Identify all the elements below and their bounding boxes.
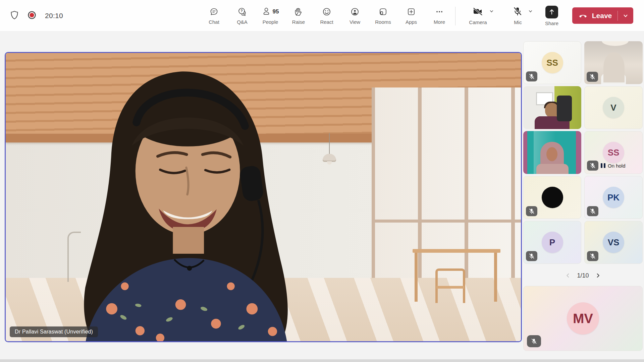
- participant-tile[interactable]: [584, 41, 643, 84]
- people-icon: [262, 7, 271, 17]
- self-view-tile[interactable]: MV: [523, 286, 643, 351]
- participant-tile[interactable]: [523, 86, 581, 129]
- speaker-name-label: Dr Pallavi Saraswat (Unverified): [10, 326, 98, 337]
- mic-muted-badge-icon: [587, 251, 598, 261]
- rooms-label: Rooms: [375, 19, 391, 25]
- avatar: MV: [567, 302, 599, 335]
- avatar: V: [603, 97, 624, 118]
- participant-tile[interactable]: VS: [584, 221, 643, 264]
- view-label: View: [350, 19, 360, 25]
- apps-button[interactable]: Apps: [397, 0, 425, 32]
- camera-options-chevron-icon[interactable]: [489, 9, 494, 15]
- more-icon: [435, 7, 444, 17]
- rooms-icon: [378, 7, 388, 17]
- react-icon: [322, 7, 331, 17]
- room-table: [413, 249, 500, 307]
- avatar: SS: [542, 52, 563, 73]
- qna-button[interactable]: ? Q&A: [228, 0, 256, 32]
- people-button[interactable]: 95 People: [256, 0, 284, 32]
- video-feed-hijab: [523, 131, 581, 174]
- shield-icon: [10, 10, 19, 21]
- recording-icon: [28, 11, 36, 21]
- camera-off-icon: [472, 6, 484, 18]
- people-count-badge: 95: [273, 8, 279, 15]
- avatar: PK: [603, 187, 624, 208]
- meeting-timer: 20:10: [45, 12, 63, 20]
- active-speaker-video[interactable]: Dr Pallavi Saraswat (Unverified): [5, 52, 522, 342]
- participant-tile[interactable]: SSOn hold: [584, 131, 643, 174]
- chat-label: Chat: [209, 19, 219, 25]
- avatar: [542, 187, 563, 208]
- share-label: Share: [545, 20, 558, 26]
- window-bottom-edge: [0, 359, 644, 362]
- rooms-button[interactable]: Rooms: [369, 0, 397, 32]
- raise-hand-icon: [294, 7, 303, 17]
- mic-control[interactable]: Mic: [505, 0, 540, 32]
- mic-muted-badge-icon: [526, 251, 537, 261]
- mic-muted-badge-icon: [587, 206, 598, 216]
- participant-tile[interactable]: V: [584, 86, 643, 129]
- hold-pause-icon: [601, 163, 605, 168]
- react-button[interactable]: React: [313, 0, 341, 32]
- mic-label: Mic: [514, 19, 522, 25]
- status-cluster: 20:10: [10, 0, 63, 32]
- avatar: P: [542, 232, 563, 253]
- speaker-video-feed: Dr Pallavi Saraswat (Unverified): [6, 53, 521, 341]
- pager-prev-button[interactable]: [565, 273, 571, 279]
- leave-label: Leave: [592, 12, 612, 20]
- qna-label: Q&A: [237, 19, 248, 25]
- view-button[interactable]: View: [341, 0, 369, 32]
- share-icon: [545, 6, 558, 18]
- mic-muted-badge-icon: [587, 72, 598, 82]
- participant-tile[interactable]: [523, 176, 581, 219]
- mic-options-chevron-icon[interactable]: [528, 9, 533, 15]
- people-label: People: [263, 19, 278, 25]
- chat-icon: [209, 7, 219, 17]
- toolbar-buttons: Chat ? Q&A 95 People Raise: [200, 0, 453, 32]
- avatar: SS: [603, 142, 624, 163]
- camera-control[interactable]: Camera: [464, 0, 502, 32]
- mic-muted-badge-icon: [526, 71, 537, 81]
- chat-button[interactable]: Chat: [200, 0, 228, 32]
- mic-muted-badge-icon: [527, 335, 541, 347]
- mic-muted-badge-icon: [526, 206, 537, 216]
- more-label: More: [434, 19, 445, 25]
- more-button[interactable]: More: [425, 0, 453, 32]
- pager-page-label: 1/10: [577, 272, 589, 279]
- svg-text:?: ?: [240, 9, 243, 13]
- share-button[interactable]: Share: [545, 0, 558, 32]
- view-icon: [350, 7, 360, 17]
- leave-options-chevron-icon[interactable]: [618, 13, 633, 19]
- on-hold-label: On hold: [608, 163, 626, 169]
- participant-tile[interactable]: P: [523, 221, 581, 264]
- participant-tile[interactable]: PK: [584, 176, 643, 219]
- mic-muted-icon: [513, 6, 523, 18]
- camera-label: Camera: [469, 19, 487, 25]
- pager-next-button[interactable]: [595, 273, 601, 279]
- raise-hand-button[interactable]: Raise: [284, 0, 313, 32]
- avatar: VS: [603, 232, 624, 253]
- participant-tile[interactable]: SS: [523, 41, 581, 84]
- react-label: React: [320, 19, 333, 25]
- qna-icon: ?: [237, 7, 247, 17]
- participant-pager: 1/10: [523, 268, 643, 283]
- toolbar-divider: [455, 7, 455, 25]
- video-feed-office: [523, 86, 581, 129]
- participant-grid: SSVSSOn holdPKPVS: [523, 41, 643, 264]
- apps-icon: [407, 7, 416, 17]
- hangup-icon: [578, 12, 588, 20]
- raise-hand-label: Raise: [292, 19, 305, 25]
- speaker-person: [32, 62, 351, 342]
- mic-muted-badge-icon: [587, 161, 598, 171]
- participant-tile[interactable]: [523, 131, 581, 174]
- leave-button[interactable]: Leave: [572, 7, 633, 24]
- meeting-toolbar: 20:10 Chat ? Q&A 95 People: [0, 0, 644, 32]
- on-hold-status: On hold: [587, 161, 626, 171]
- apps-label: Apps: [406, 19, 417, 25]
